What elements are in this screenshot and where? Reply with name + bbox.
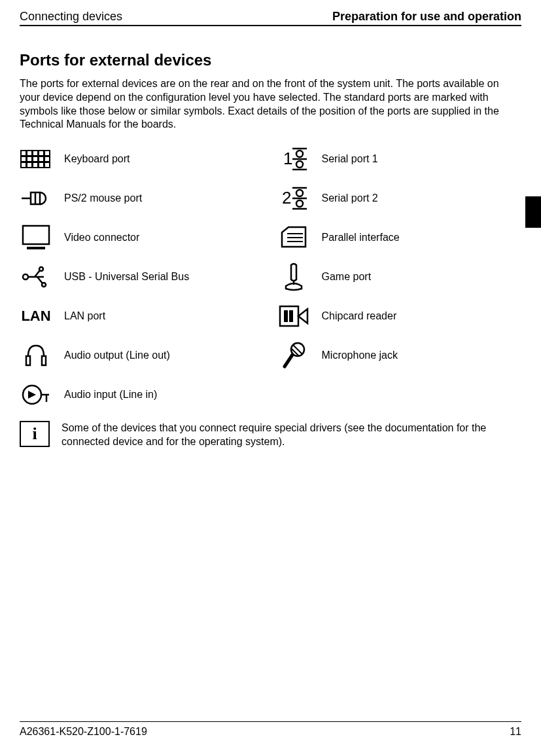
port-label: USB - Universal Serial Bus — [64, 271, 189, 283]
port-label: Chipcard reader — [322, 310, 397, 322]
port-video: Video connector — [20, 218, 264, 257]
port-label: Audio output (Line out) — [64, 350, 170, 361]
svg-rect-12 — [33, 162, 38, 168]
port-label: Serial port 1 — [322, 153, 378, 165]
page-footer: A26361-K520-Z100-1-7619 11 — [20, 721, 521, 738]
svg-rect-9 — [44, 156, 50, 162]
svg-rect-2 — [33, 151, 38, 156]
svg-point-38 — [39, 267, 43, 271]
header-right: Preparation for use and operation — [332, 10, 521, 24]
svg-point-35 — [23, 274, 28, 279]
svg-rect-14 — [44, 162, 50, 168]
svg-line-48 — [293, 345, 302, 354]
port-label: PS/2 mouse port — [64, 192, 142, 204]
usb-icon — [20, 262, 52, 292]
svg-rect-6 — [27, 156, 32, 162]
lan-icon: LAN — [20, 301, 52, 331]
port-keyboard: Keyboard port — [20, 139, 264, 179]
svg-rect-44 — [289, 310, 293, 322]
port-label: Video connector — [64, 232, 139, 243]
port-parallel: Parallel interface — [277, 218, 522, 257]
page-header: Connecting devices Preparation for use a… — [20, 10, 521, 26]
svg-rect-30 — [23, 226, 49, 244]
svg-rect-4 — [44, 151, 50, 156]
port-game: Game port — [277, 257, 522, 297]
svg-line-39 — [37, 277, 43, 283]
svg-point-40 — [42, 283, 46, 287]
footer-doc-id: A26361-K520-Z100-1-7619 — [20, 726, 147, 738]
info-text: Some of the devices that you connect req… — [61, 421, 521, 449]
info-icon: i — [20, 421, 50, 447]
svg-point-28 — [296, 200, 303, 207]
line-in-icon — [20, 380, 52, 410]
section-heading: Ports for external devices — [20, 51, 521, 69]
svg-line-37 — [35, 270, 40, 277]
svg-rect-0 — [21, 151, 26, 156]
intro-paragraph: The ports for external devices are on th… — [20, 77, 521, 132]
svg-rect-10 — [21, 162, 26, 168]
port-chipcard: Chipcard reader — [277, 297, 522, 336]
game-icon — [277, 262, 310, 292]
port-usb: USB - Universal Serial Bus — [20, 257, 264, 297]
port-label: Game port — [322, 271, 372, 283]
chipcard-icon — [277, 301, 310, 331]
svg-rect-43 — [284, 310, 288, 322]
headphones-icon — [20, 340, 52, 370]
svg-rect-1 — [27, 151, 32, 156]
svg-rect-13 — [39, 162, 44, 168]
port-audio-out: Audio output (Line out) — [20, 336, 264, 375]
info-note: i Some of the devices that you connect r… — [20, 421, 521, 449]
serial1-icon: 1 — [277, 144, 310, 174]
svg-point-26 — [296, 190, 303, 196]
svg-rect-11 — [27, 162, 32, 168]
port-serial2: 2 Serial port 2 — [277, 179, 522, 218]
port-label: Parallel interface — [322, 232, 400, 243]
port-audio-in: Audio input (Line in) — [20, 375, 521, 414]
svg-point-17 — [296, 151, 303, 157]
side-tab — [525, 196, 541, 228]
header-left: Connecting devices — [20, 10, 122, 24]
port-ps2: PS/2 mouse port — [20, 179, 264, 218]
port-microphone: Microphone jack — [277, 336, 522, 375]
port-serial1: 1 Serial port 1 — [277, 139, 522, 179]
port-label: Microphone jack — [322, 350, 398, 361]
video-icon — [20, 223, 52, 253]
port-label: Audio input (Line in) — [64, 389, 157, 401]
microphone-icon — [277, 340, 310, 370]
port-label: Serial port 2 — [322, 192, 378, 204]
svg-text:2: 2 — [282, 188, 291, 207]
svg-point-19 — [296, 161, 303, 168]
svg-rect-5 — [21, 156, 26, 162]
svg-rect-45 — [26, 356, 30, 365]
port-label: LAN port — [64, 310, 105, 322]
svg-rect-46 — [42, 356, 46, 365]
ports-grid: Keyboard port 1 Serial port 1 — [20, 139, 521, 414]
svg-rect-3 — [39, 151, 44, 156]
parallel-icon — [277, 223, 310, 253]
port-label: Keyboard port — [64, 153, 130, 165]
port-lan: LAN LAN port — [20, 297, 264, 336]
footer-page-number: 11 — [510, 726, 521, 738]
svg-rect-8 — [39, 156, 44, 162]
ps2-mouse-icon — [20, 183, 52, 213]
svg-text:1: 1 — [283, 149, 292, 168]
svg-rect-7 — [33, 156, 38, 162]
keyboard-icon — [20, 144, 52, 174]
serial2-icon: 2 — [277, 183, 310, 213]
